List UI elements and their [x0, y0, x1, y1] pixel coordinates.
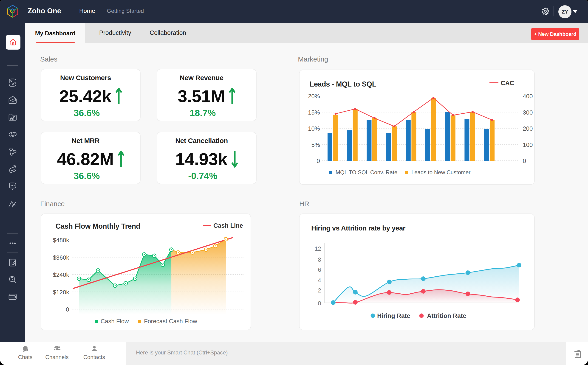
- svg-text:$240k: $240k: [53, 271, 69, 278]
- svg-text:$360k: $360k: [53, 254, 69, 261]
- svg-text:$120k: $120k: [53, 289, 69, 296]
- svg-text:4: 4: [318, 277, 321, 283]
- svg-text:MQL TO SQL Conv. Rate: MQL TO SQL Conv. Rate: [336, 169, 397, 175]
- svg-text:0: 0: [523, 157, 526, 164]
- svg-text:400: 400: [523, 93, 533, 100]
- svg-text:Cash Flow: Cash Flow: [101, 318, 129, 325]
- svg-text:15%: 15%: [308, 109, 320, 116]
- svg-text:Leads to New Customer: Leads to New Customer: [411, 169, 470, 175]
- svg-text:Forecast Cash Flow: Forecast Cash Flow: [144, 318, 197, 325]
- svg-text:Attrition Rate: Attrition Rate: [427, 312, 466, 319]
- svg-text:Hiring vs Attrition rate by ye: Hiring vs Attrition rate by year: [311, 224, 406, 232]
- svg-text:Cash Flow Monthly Trend: Cash Flow Monthly Trend: [56, 222, 140, 230]
- svg-text:300: 300: [523, 109, 533, 116]
- svg-text:Leads - MQL to SQL: Leads - MQL to SQL: [310, 80, 376, 88]
- svg-text:Cash Line: Cash Line: [213, 222, 243, 229]
- svg-text:$480k: $480k: [53, 237, 69, 244]
- svg-text:12: 12: [315, 246, 321, 252]
- svg-text:5%: 5%: [311, 141, 320, 148]
- svg-text:8: 8: [318, 256, 321, 263]
- svg-text:200: 200: [523, 125, 533, 132]
- svg-text:10%: 10%: [308, 125, 320, 132]
- svg-text:CAC: CAC: [501, 80, 514, 87]
- svg-text:6: 6: [318, 267, 321, 273]
- svg-text:100: 100: [523, 141, 533, 148]
- svg-text:0: 0: [318, 300, 321, 307]
- svg-text:2: 2: [318, 287, 321, 294]
- svg-text:0: 0: [317, 157, 320, 164]
- svg-text:Hiring Rate: Hiring Rate: [377, 312, 410, 319]
- svg-text:20%: 20%: [308, 93, 320, 100]
- svg-text:0: 0: [66, 306, 69, 313]
